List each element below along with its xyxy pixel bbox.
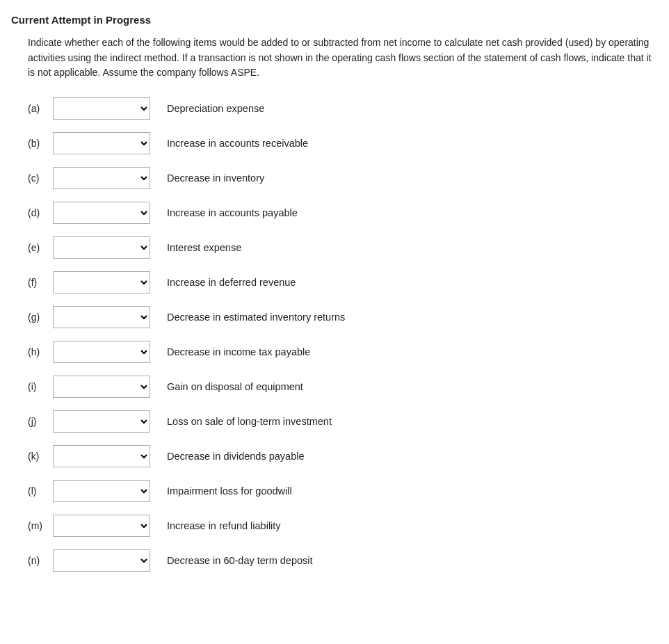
question-text-c: Decrease in inventory <box>167 172 264 184</box>
page-title: Current Attempt in Progress <box>11 14 658 26</box>
question-select-l[interactable]: AddSubtractNot applicable <box>53 480 150 502</box>
question-row-l: (l)AddSubtractNot applicableImpairment l… <box>28 480 658 502</box>
question-row-d: (d)AddSubtractNot applicableIncrease in … <box>28 202 658 224</box>
question-row-k: (k)AddSubtractNot applicableDecrease in … <box>28 445 658 467</box>
question-select-i[interactable]: AddSubtractNot applicable <box>53 376 150 398</box>
question-label-b: (b) <box>28 138 53 149</box>
question-list: (a)AddSubtractNot applicableDepreciation… <box>28 97 658 572</box>
question-row-n: (n)AddSubtractNot applicableDecrease in … <box>28 549 658 572</box>
instructions: Indicate whether each of the following i… <box>28 35 658 81</box>
question-row-m: (m)AddSubtractNot applicableIncrease in … <box>28 515 658 537</box>
question-text-i: Gain on disposal of equipment <box>167 381 303 392</box>
question-text-g: Decrease in estimated inventory returns <box>167 312 345 323</box>
question-label-c: (c) <box>28 172 53 184</box>
question-select-m[interactable]: AddSubtractNot applicable <box>53 515 150 537</box>
question-label-a: (a) <box>28 103 53 114</box>
question-row-b: (b)AddSubtractNot applicableIncrease in … <box>28 132 658 154</box>
question-select-k[interactable]: AddSubtractNot applicable <box>53 445 150 467</box>
question-text-k: Decrease in dividends payable <box>167 451 305 462</box>
question-label-n: (n) <box>28 555 53 566</box>
question-row-e: (e)AddSubtractNot applicableInterest exp… <box>28 236 658 259</box>
question-select-n[interactable]: AddSubtractNot applicable <box>53 549 150 572</box>
question-label-k: (k) <box>28 451 53 462</box>
question-select-g[interactable]: AddSubtractNot applicable <box>53 306 150 328</box>
question-row-i: (i)AddSubtractNot applicableGain on disp… <box>28 376 658 398</box>
question-label-l: (l) <box>28 485 53 497</box>
question-row-f: (f)AddSubtractNot applicableIncrease in … <box>28 271 658 293</box>
question-label-m: (m) <box>28 520 53 531</box>
question-label-e: (e) <box>28 242 53 253</box>
question-select-c[interactable]: AddSubtractNot applicable <box>53 167 150 189</box>
question-text-a: Depreciation expense <box>167 103 264 114</box>
question-label-f: (f) <box>28 277 53 288</box>
question-row-a: (a)AddSubtractNot applicableDepreciation… <box>28 97 658 120</box>
question-row-h: (h)AddSubtractNot applicableDecrease in … <box>28 341 658 363</box>
question-text-n: Decrease in 60-day term deposit <box>167 555 313 566</box>
question-select-b[interactable]: AddSubtractNot applicable <box>53 132 150 154</box>
question-text-j: Loss on sale of long-term investment <box>167 416 332 427</box>
question-text-m: Increase in refund liability <box>167 520 281 531</box>
question-text-b: Increase in accounts receivable <box>167 138 308 149</box>
question-label-j: (j) <box>28 416 53 427</box>
question-row-c: (c)AddSubtractNot applicableDecrease in … <box>28 167 658 189</box>
question-select-a[interactable]: AddSubtractNot applicable <box>53 97 150 120</box>
question-select-h[interactable]: AddSubtractNot applicable <box>53 341 150 363</box>
question-label-h: (h) <box>28 346 53 357</box>
question-text-d: Increase in accounts payable <box>167 207 298 218</box>
question-text-h: Decrease in income tax payable <box>167 346 310 357</box>
question-label-i: (i) <box>28 381 53 392</box>
question-row-g: (g)AddSubtractNot applicableDecrease in … <box>28 306 658 328</box>
question-text-f: Increase in deferred revenue <box>167 277 296 288</box>
question-select-d[interactable]: AddSubtractNot applicable <box>53 202 150 224</box>
question-label-g: (g) <box>28 312 53 323</box>
question-select-e[interactable]: AddSubtractNot applicable <box>53 236 150 259</box>
question-select-f[interactable]: AddSubtractNot applicable <box>53 271 150 293</box>
question-select-j[interactable]: AddSubtractNot applicable <box>53 410 150 433</box>
question-row-j: (j)AddSubtractNot applicableLoss on sale… <box>28 410 658 433</box>
question-text-e: Interest expense <box>167 242 241 253</box>
question-text-l: Impairment loss for goodwill <box>167 485 292 497</box>
question-label-d: (d) <box>28 207 53 218</box>
